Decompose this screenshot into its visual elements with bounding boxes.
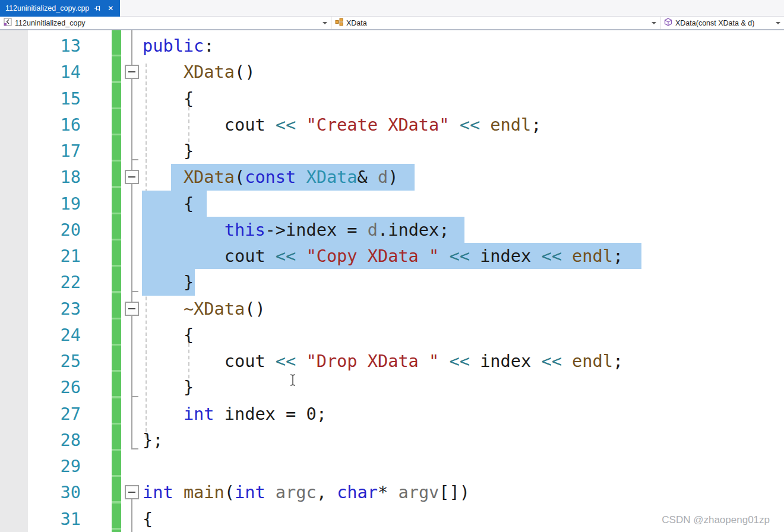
- code-token: "Drop XData ": [306, 351, 439, 371]
- code-line[interactable]: {: [0, 86, 784, 112]
- code-token: }: [184, 141, 194, 161]
- code-token: XData: [184, 167, 235, 187]
- code-token: {: [143, 509, 153, 529]
- project-dropdown[interactable]: 112uninitialized_copy: [0, 17, 331, 29]
- watermark: CSDN @zhaopeng01zp: [662, 514, 770, 526]
- code-token: int: [184, 404, 214, 424]
- code-token: {: [184, 194, 194, 214]
- code-token: ,: [317, 482, 337, 502]
- code-token: argc: [276, 482, 317, 502]
- code-token: []): [439, 482, 470, 502]
- code-token: index: [470, 246, 542, 266]
- code-line[interactable]: }: [0, 138, 784, 164]
- project-dropdown-label: 112uninitialized_copy: [15, 19, 86, 27]
- tab-bar: 112uninitialized_copy.cpp ✕: [0, 0, 784, 17]
- ibeam-cursor: [289, 373, 297, 389]
- code-line[interactable]: public:: [0, 33, 784, 59]
- code-line[interactable]: ~XData(): [0, 296, 784, 322]
- code-token: <<: [460, 115, 480, 135]
- code-token: {: [184, 325, 194, 345]
- code-token: .index;: [378, 220, 450, 240]
- code-token: [562, 351, 572, 371]
- code-token: (: [225, 482, 235, 502]
- code-token: <<: [276, 351, 296, 371]
- code-token: int: [235, 482, 265, 502]
- code-token: const: [245, 167, 296, 187]
- code-token: }: [184, 272, 194, 292]
- code-token: [562, 246, 572, 266]
- code-token: <<: [541, 246, 561, 266]
- code-token: [265, 482, 276, 502]
- code-token: [480, 115, 490, 135]
- code-token: index = 0;: [214, 404, 327, 424]
- code-editor[interactable]: 13141516171819202122232425262728293031 p…: [0, 30, 784, 532]
- code-token: ;: [613, 351, 623, 371]
- code-token: index: [470, 351, 542, 371]
- navigation-bar: 112uninitialized_copy XData XData(const …: [0, 17, 784, 30]
- fold-collapse-button[interactable]: [125, 302, 139, 316]
- code-token: [296, 246, 306, 266]
- code-token: [296, 115, 306, 135]
- code-token: (: [235, 167, 245, 187]
- code-token: [439, 351, 449, 371]
- class-icon: [335, 18, 343, 28]
- code-token: ~XData: [184, 299, 245, 319]
- method-icon: [664, 18, 672, 28]
- code-token: ->index =: [265, 220, 368, 240]
- chevron-down-icon: [323, 22, 327, 24]
- code-token: <<: [276, 246, 296, 266]
- code-line[interactable]: [0, 453, 784, 479]
- code-line[interactable]: cout << "Drop XData " << index << endl;: [0, 348, 784, 374]
- code-token: argv: [398, 482, 439, 502]
- member-dropdown-label: XData(const XData & d): [675, 19, 754, 27]
- code-token: XData: [306, 167, 357, 187]
- code-line[interactable]: }: [0, 269, 784, 295]
- code-token: XData: [184, 62, 235, 82]
- code-line[interactable]: }: [0, 374, 784, 400]
- code-token: <<: [449, 351, 469, 371]
- cpp-file-icon: [4, 18, 12, 28]
- code-token: main: [184, 482, 225, 502]
- code-token: }: [184, 377, 194, 397]
- code-token: [439, 246, 449, 266]
- code-line[interactable]: int main(int argc, char* argv[]): [0, 479, 784, 505]
- code-token: "Create XData": [306, 115, 449, 135]
- code-token: <<: [541, 351, 561, 371]
- type-dropdown[interactable]: XData: [331, 17, 660, 29]
- fold-collapse-button[interactable]: [125, 170, 139, 184]
- tab-title: 112uninitialized_copy.cpp: [5, 4, 89, 12]
- code-token: [449, 115, 459, 135]
- code-token: &: [358, 167, 378, 187]
- tab-112uninitialized-copy[interactable]: 112uninitialized_copy.cpp ✕: [0, 0, 120, 17]
- code-line[interactable]: };: [0, 427, 784, 453]
- code-token: [173, 482, 184, 502]
- code-line[interactable]: {: [0, 322, 784, 348]
- code-token: cout: [225, 351, 276, 371]
- code-token: endl: [572, 351, 613, 371]
- chevron-down-icon: [652, 22, 656, 24]
- code-line[interactable]: {: [0, 191, 784, 217]
- code-token: d: [368, 220, 378, 240]
- code-line[interactable]: this->index = d.index;: [0, 217, 784, 243]
- fold-collapse-button[interactable]: [125, 485, 139, 499]
- code-line[interactable]: cout << "Copy XData " << index << endl;: [0, 243, 784, 269]
- code-token: <<: [449, 246, 469, 266]
- close-icon[interactable]: ✕: [106, 4, 115, 13]
- fold-collapse-button[interactable]: [125, 65, 139, 79]
- code-line[interactable]: int index = 0;: [0, 401, 784, 427]
- code-line[interactable]: XData(const XData& d): [0, 164, 784, 190]
- member-dropdown[interactable]: XData(const XData & d): [660, 17, 784, 29]
- code-token: };: [143, 430, 163, 450]
- code-line[interactable]: cout << "Create XData" << endl;: [0, 112, 784, 138]
- code-token: <<: [276, 115, 296, 135]
- pin-icon[interactable]: [93, 4, 102, 13]
- code-line[interactable]: XData(): [0, 59, 784, 85]
- code-token: cout: [225, 115, 276, 135]
- code-token: [296, 167, 306, 187]
- code-token: (): [235, 62, 255, 82]
- code-token: public: [143, 36, 204, 56]
- chevron-down-icon: [776, 22, 780, 24]
- code-token: this: [225, 220, 265, 240]
- code-token: *: [378, 482, 398, 502]
- code-token: (): [245, 299, 265, 319]
